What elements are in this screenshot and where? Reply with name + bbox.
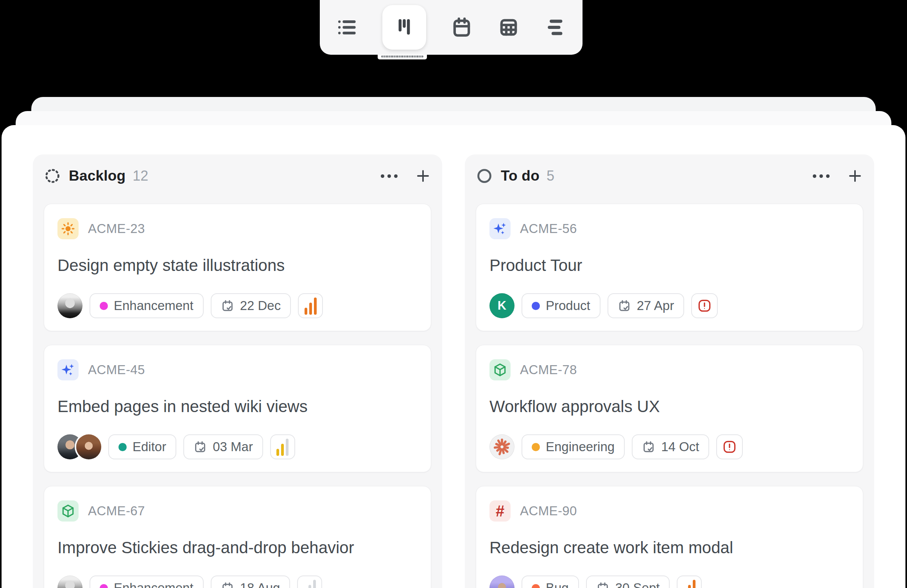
card-acme-23[interactable]: ACME-23 Design empty state illustrations… [44, 204, 431, 331]
column-header: Backlog 12 [44, 165, 431, 186]
assignee-avatar-starburst[interactable] [489, 434, 514, 459]
view-switcher [320, 0, 583, 55]
assignee-avatar-group[interactable] [57, 434, 101, 459]
label-text: Product [546, 298, 590, 313]
column-count: 5 [547, 168, 554, 184]
label-text: Bug [546, 581, 569, 588]
card-acme-45[interactable]: ACME-45 Embed pages in nested wiki views… [44, 345, 431, 472]
more-dots-icon [381, 174, 398, 178]
due-date-text: 27 Apr [637, 298, 674, 313]
card-footer: Bug 30 Sept [489, 575, 850, 588]
view-table-button[interactable] [497, 16, 520, 39]
more-dots-icon [813, 174, 830, 178]
label-chip[interactable]: Enhancement [90, 575, 204, 588]
card-footer: Enhancement 18 Aug [57, 575, 418, 588]
due-date-chip[interactable]: 03 Mar [183, 434, 263, 459]
label-chip[interactable]: Bug [522, 575, 579, 588]
card-acme-56[interactable]: ACME-56 Product Tour K Product 27 Apr [476, 204, 863, 331]
view-timeline-button[interactable] [544, 16, 567, 39]
priority-chip[interactable] [677, 575, 702, 588]
column-more-button[interactable] [813, 167, 830, 185]
hash-icon [489, 500, 511, 522]
card-header: ACME-56 [489, 218, 850, 239]
due-date-chip[interactable]: 30 Sept [586, 575, 670, 588]
board-panel: Backlog 12 [2, 125, 905, 588]
label-chip[interactable]: Enhancement [90, 293, 204, 318]
calendar-check-icon [618, 299, 631, 312]
due-date-chip[interactable]: 14 Oct [632, 434, 709, 459]
due-date-text: 18 Aug [240, 581, 280, 588]
card-footer: Enhancement 22 Dec [57, 293, 418, 318]
urgent-exclamation-icon [721, 439, 738, 455]
priority-bars-icon [276, 438, 289, 456]
card-title: Product Tour [489, 256, 850, 275]
card-acme-78[interactable]: ACME-78 Workflow approvals UX [476, 345, 863, 472]
card-acme-90[interactable]: ACME-90 Redesign create work item modal … [476, 486, 863, 588]
label-dot [118, 443, 127, 451]
todo-status-icon [476, 167, 493, 185]
card-title: Improve Stickies drag-and-drop behavior [57, 538, 418, 558]
priority-chip[interactable] [270, 434, 295, 459]
assignee-avatar[interactable] [57, 293, 82, 318]
calendar-check-icon [221, 581, 234, 588]
calendar-check-icon [642, 440, 655, 454]
label-text: Engineering [546, 439, 615, 454]
card-footer: Editor 03 Mar [57, 434, 418, 459]
plus-icon [415, 168, 431, 184]
column-add-button[interactable] [847, 167, 863, 185]
label-chip[interactable]: Product [522, 293, 600, 318]
card-title: Embed pages in nested wiki views [57, 397, 418, 416]
label-dot [100, 302, 108, 310]
sparkles-icon [489, 218, 511, 239]
label-chip[interactable]: Engineering [522, 434, 625, 459]
priority-chip[interactable] [298, 293, 323, 318]
urgent-priority-chip[interactable] [716, 434, 743, 459]
calendar-check-icon [194, 440, 207, 454]
card-title: Workflow approvals UX [489, 397, 850, 416]
card-id: ACME-78 [520, 362, 577, 377]
card-id: ACME-90 [520, 504, 577, 518]
card-footer: Engineering 14 Oct [489, 434, 850, 459]
assignee-avatar[interactable] [76, 434, 101, 459]
column-header: To do 5 [476, 165, 863, 186]
column-more-button[interactable] [381, 167, 398, 185]
table-icon [497, 16, 520, 39]
view-calendar-button[interactable] [450, 16, 473, 39]
calendar-check-icon [596, 581, 609, 588]
due-date-chip[interactable]: 22 Dec [211, 293, 291, 318]
list-icon [335, 16, 358, 39]
card-acme-67[interactable]: ACME-67 Improve Stickies drag-and-drop b… [44, 486, 431, 588]
view-board-button[interactable] [382, 5, 426, 50]
assignee-avatar[interactable] [489, 575, 514, 588]
column-add-button[interactable] [415, 167, 431, 185]
label-dot [532, 584, 540, 588]
timeline-bars-icon [544, 16, 567, 39]
calendar-icon [450, 16, 473, 39]
card-header: ACME-23 [57, 218, 418, 239]
column-backlog: Backlog 12 [33, 154, 442, 588]
card-header: ACME-90 [489, 500, 850, 522]
urgent-exclamation-icon [696, 298, 713, 314]
due-date-chip[interactable]: 18 Aug [211, 575, 290, 588]
card-header: ACME-45 [57, 359, 418, 380]
label-chip[interactable]: Editor [108, 434, 176, 459]
due-date-chip[interactable]: 27 Apr [608, 293, 684, 318]
label-dot [100, 584, 108, 588]
calendar-check-icon [221, 299, 234, 312]
priority-chip[interactable] [297, 575, 322, 588]
column-count: 12 [133, 168, 148, 184]
urgent-priority-chip[interactable] [691, 293, 718, 318]
due-date-text: 14 Oct [661, 439, 699, 454]
label-dot [532, 302, 540, 310]
assignee-avatar[interactable] [57, 575, 82, 588]
column-title: Backlog [69, 168, 125, 184]
due-date-text: 22 Dec [240, 298, 281, 313]
card-title: Design empty state illustrations [57, 256, 418, 275]
card-id: ACME-23 [88, 221, 145, 236]
label-text: Enhancement [114, 298, 194, 313]
backlog-status-icon [44, 167, 61, 185]
label-dot [532, 443, 540, 451]
view-list-button[interactable] [335, 16, 358, 39]
assignee-avatar[interactable]: K [489, 293, 514, 318]
starburst-logo-icon [492, 437, 512, 457]
